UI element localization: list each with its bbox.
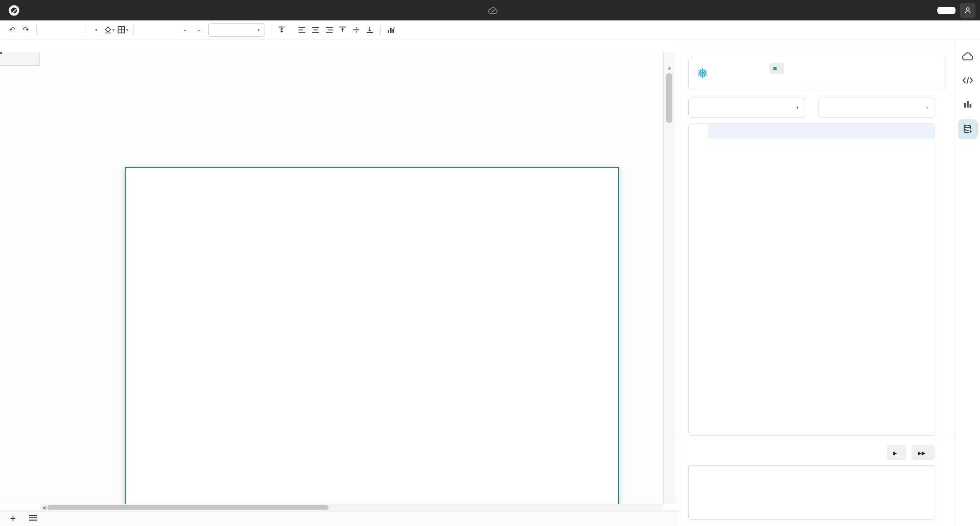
- align-bottom-icon: [366, 26, 373, 33]
- undo-button[interactable]: ↶: [5, 23, 19, 37]
- chart-widget[interactable]: [125, 167, 619, 504]
- rail-connected-data-button[interactable]: [958, 119, 978, 139]
- vertical-align-button[interactable]: [275, 23, 289, 37]
- status-dot: [773, 67, 777, 70]
- percent-format-button[interactable]: [151, 23, 165, 37]
- increase-decimal-button[interactable]: →: [192, 23, 206, 37]
- connection-status-badge: [769, 63, 784, 74]
- connected-table-panel: ❅ ▾ ▾ ▶ ▶▶: [679, 20, 955, 526]
- cloud-icon: [962, 52, 974, 61]
- align-top-icon: [339, 26, 346, 33]
- side-rail: [955, 20, 980, 526]
- align-left-icon: [298, 27, 306, 33]
- play-icon: ▶: [893, 450, 897, 456]
- bold-button[interactable]: [40, 23, 54, 37]
- database-bolt-icon: [962, 124, 973, 135]
- vertical-scrollbar[interactable]: ▲: [663, 52, 675, 504]
- console-header: ▶ ▶▶: [679, 439, 955, 465]
- console-output-box: [688, 465, 935, 520]
- align-right-button[interactable]: [322, 23, 336, 37]
- run-button[interactable]: ▶: [887, 445, 906, 460]
- align-center-button[interactable]: [309, 23, 322, 37]
- number-format-select[interactable]: ▾: [208, 23, 265, 37]
- hamburger-icon: [29, 515, 38, 521]
- play-all-icon: ▶▶: [918, 450, 926, 456]
- borders-button[interactable]: ▾: [116, 23, 130, 37]
- add-sheet-button[interactable]: +: [10, 514, 16, 523]
- currency-format-button[interactable]: [137, 23, 151, 37]
- sql-editor-line: [689, 124, 935, 138]
- insert-chart-button[interactable]: [384, 23, 398, 37]
- sql-code[interactable]: [708, 124, 935, 138]
- align-center-icon: [312, 27, 319, 33]
- avatar-button[interactable]: [960, 3, 975, 18]
- person-icon: [964, 6, 972, 15]
- snowflake-logo-icon: ❅: [697, 66, 708, 81]
- scroll-left-arrow[interactable]: ◀: [42, 505, 45, 511]
- rail-charts-button[interactable]: [958, 94, 978, 114]
- menubar: [0, 0, 980, 20]
- align-top-button[interactable]: [336, 23, 349, 37]
- connection-card[interactable]: ❅: [688, 57, 946, 90]
- sheet-list-button[interactable]: [29, 515, 38, 523]
- document-title-group: [0, 0, 980, 20]
- vertical-align-icon: [278, 26, 285, 34]
- app-logo-icon[interactable]: [8, 5, 20, 16]
- horizontal-scrollbar[interactable]: ◀: [40, 504, 662, 511]
- spreadsheet-grid[interactable]: [0, 52, 679, 504]
- line-chart: [126, 168, 618, 504]
- menubar-right: [937, 0, 975, 20]
- align-left-button[interactable]: [295, 23, 309, 37]
- comma-format-button[interactable]: [165, 23, 178, 37]
- insert-chart-icon: [387, 26, 395, 34]
- rail-integrations-button[interactable]: [958, 47, 978, 67]
- text-color-button[interactable]: ▾: [89, 23, 103, 37]
- scroll-up-arrow[interactable]: ▲: [667, 65, 672, 70]
- italic-button[interactable]: [54, 23, 68, 37]
- vertical-scroll-thumb[interactable]: [666, 73, 672, 123]
- toolbar: ↶ ↷ ▾ ▾ ▾ ← → ▾: [0, 20, 980, 39]
- align-right-icon: [325, 27, 333, 33]
- align-middle-icon: [353, 26, 360, 33]
- rail-code-button[interactable]: [958, 70, 978, 90]
- database-select[interactable]: ▾: [688, 98, 805, 118]
- decrease-decimal-button[interactable]: ←: [178, 23, 192, 37]
- horizontal-scroll-thumb[interactable]: [47, 505, 328, 510]
- align-middle-button[interactable]: [349, 23, 363, 37]
- align-bottom-button[interactable]: [363, 23, 377, 37]
- share-button[interactable]: [937, 7, 956, 14]
- bar-chart-icon: [963, 100, 972, 109]
- sheet-tab-bar: +: [0, 511, 679, 526]
- sql-editor[interactable]: [688, 123, 935, 436]
- app-window: ↶ ↷ ▾ ▾ ▾ ← → ▾: [0, 0, 980, 526]
- borders-icon: [118, 26, 125, 34]
- schema-select[interactable]: ▾: [818, 98, 935, 118]
- run-all-button[interactable]: ▶▶: [911, 445, 935, 460]
- redo-button[interactable]: ↷: [19, 23, 33, 37]
- code-icon: [962, 76, 974, 84]
- cloud-saved-icon: [488, 6, 498, 15]
- fill-color-icon: [104, 26, 112, 34]
- underline-button[interactable]: [68, 23, 81, 37]
- name-box[interactable]: [0, 39, 679, 52]
- grid-corner[interactable]: [0, 52, 40, 66]
- fill-color-button[interactable]: ▾: [103, 23, 116, 37]
